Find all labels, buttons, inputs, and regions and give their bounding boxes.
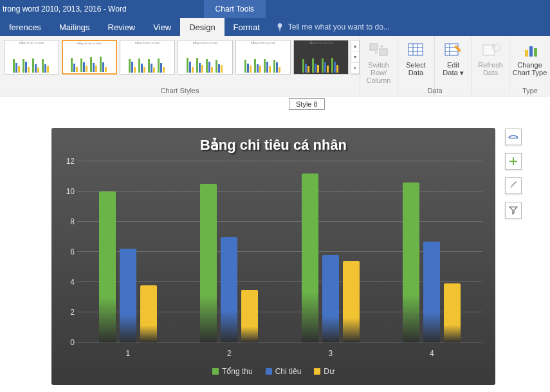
bar-Dư[interactable] <box>140 285 157 343</box>
y-tick: 10 <box>66 187 75 196</box>
y-tick: 4 <box>70 278 75 287</box>
y-tick: 6 <box>70 247 75 256</box>
category-group <box>381 161 483 343</box>
tab-references[interactable]: ferences <box>0 18 50 36</box>
x-axis-labels: 1234 <box>77 349 482 358</box>
svg-rect-13 <box>529 46 533 57</box>
document-title: trong word 2010, 2013, 2016 - Word <box>0 4 127 13</box>
ribbon-tabs: ferences Mailings Review View Design For… <box>0 18 550 36</box>
style-gallery-scroll: ▲ ▼ ▾ <box>351 40 360 75</box>
group-label-data: Data <box>360 87 509 94</box>
bar-Chi tiêu[interactable] <box>423 242 440 343</box>
bar-Chi tiêu[interactable] <box>322 255 339 343</box>
legend-item[interactable]: Chi tiêu <box>266 367 302 376</box>
x-label: 2 <box>179 349 280 358</box>
legend-swatch <box>212 368 219 375</box>
chart-styles-button[interactable] <box>505 177 522 194</box>
contextual-tab-chart-tools[interactable]: Chart Tools <box>204 0 266 18</box>
group-label-styles: Chart Styles <box>0 87 360 94</box>
select-data-icon <box>406 41 426 59</box>
chart-filters-button[interactable] <box>505 202 522 218</box>
x-label: 1 <box>77 349 179 358</box>
edit-data-icon <box>443 41 464 59</box>
bar-Chi tiêu[interactable] <box>221 237 237 343</box>
bars-layer <box>77 161 482 343</box>
tab-format[interactable]: Format <box>225 18 269 36</box>
lightbulb-icon <box>275 22 284 31</box>
svg-rect-1 <box>380 49 387 55</box>
svg-rect-14 <box>534 48 537 57</box>
style-tooltip: Style 8 <box>289 98 325 110</box>
y-tick: 8 <box>70 217 75 226</box>
tell-me-search[interactable]: Tell me what you want to do... <box>275 22 390 31</box>
bar-Chi tiêu[interactable] <box>120 249 136 343</box>
refresh-icon <box>481 41 501 59</box>
style-thumb-2[interactable]: Bảng chi tiêu cá nhân <box>62 40 117 75</box>
style-thumb-6[interactable]: Bảng chi tiêu cá nhân <box>293 40 349 75</box>
tab-mailings[interactable]: Mailings <box>50 18 99 36</box>
bar-Tổng thu[interactable] <box>200 184 217 343</box>
plot-area[interactable]: 024681012 1234 <box>77 161 482 343</box>
funnel-icon <box>509 206 518 215</box>
tab-review[interactable]: Review <box>99 18 145 36</box>
legend-swatch <box>314 368 320 375</box>
svg-rect-12 <box>525 50 528 57</box>
category-group <box>179 161 280 343</box>
style-thumb-5[interactable]: Bảng chi tiêu cá nhân <box>235 40 291 75</box>
bar-Dư[interactable] <box>444 283 461 343</box>
legend-item[interactable]: Dư <box>314 367 335 376</box>
ribbon: Bảng chi tiêu cá nhânBảng chi tiêu cá nh… <box>0 36 550 96</box>
svg-rect-2 <box>408 44 423 55</box>
bar-Tổng thu[interactable] <box>403 183 419 343</box>
legend-label: Tổng thu <box>222 367 253 376</box>
bar-Tổng thu[interactable] <box>99 192 116 343</box>
legend-item[interactable]: Tổng thu <box>212 367 253 376</box>
chart-object[interactable]: Bảng chi tiêu cá nhân 024681012 1234 Tổn… <box>51 128 495 385</box>
group-label-type: Type <box>509 87 550 94</box>
y-tick: 2 <box>70 308 75 317</box>
category-group <box>77 161 179 343</box>
chart-title[interactable]: Bảng chi tiêu cá nhân <box>51 128 495 157</box>
layout-icon <box>508 132 518 142</box>
legend-label: Chi tiêu <box>275 367 302 376</box>
chart-elements-button[interactable] <box>505 153 522 170</box>
layout-options-button[interactable] <box>505 129 522 145</box>
svg-rect-0 <box>370 44 378 50</box>
chart-side-buttons <box>505 129 522 218</box>
y-tick: 12 <box>66 157 75 166</box>
title-bar: trong word 2010, 2013, 2016 - Word Chart… <box>0 0 550 18</box>
plus-icon <box>509 157 518 166</box>
gallery-expand-button[interactable]: ▾ <box>351 63 359 74</box>
chart-type-icon <box>520 41 540 59</box>
style-thumb-4[interactable]: Bảng chi tiêu cá nhân <box>178 40 233 75</box>
brush-icon <box>508 181 518 191</box>
tab-view[interactable]: View <box>144 18 180 36</box>
category-group <box>280 161 381 343</box>
x-label: 3 <box>280 349 381 358</box>
chart-styles-group: Bảng chi tiêu cá nhânBảng chi tiêu cá nh… <box>0 36 360 96</box>
tab-design[interactable]: Design <box>180 18 224 36</box>
bar-Tổng thu[interactable] <box>302 174 318 343</box>
scroll-up-button[interactable]: ▲ <box>351 40 359 51</box>
switch-rc-icon <box>369 41 389 59</box>
y-tick: 0 <box>70 338 75 347</box>
legend-swatch <box>266 368 272 375</box>
legend-label: Dư <box>324 367 335 376</box>
style-thumb-3[interactable]: Bảng chi tiêu cá nhân <box>120 40 175 75</box>
legend[interactable]: Tổng thuChi tiêuDư <box>51 367 495 376</box>
y-axis: 024681012 <box>54 161 75 343</box>
style-thumb-1[interactable]: Bảng chi tiêu cá nhân <box>4 40 59 75</box>
bar-Dư[interactable] <box>343 261 360 343</box>
bar-Dư[interactable] <box>241 290 258 343</box>
x-label: 4 <box>381 349 483 358</box>
scroll-down-button[interactable]: ▼ <box>351 51 359 62</box>
